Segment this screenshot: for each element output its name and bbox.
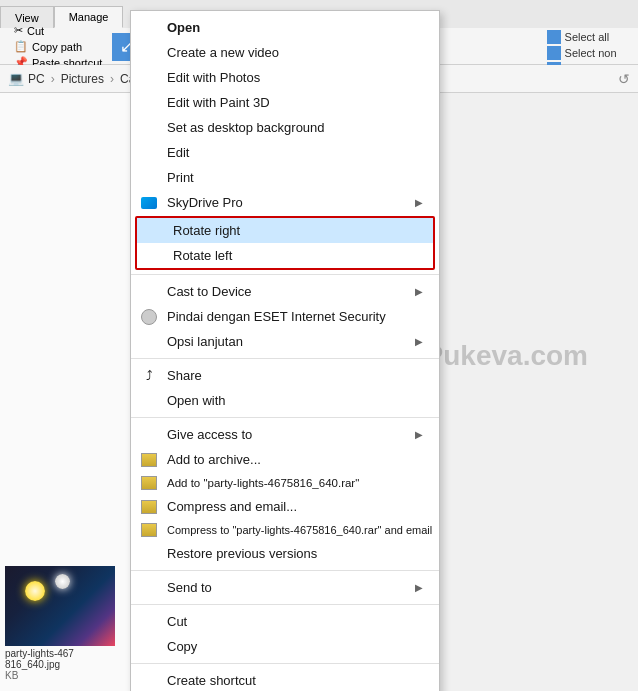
menu-item-open-with[interactable]: Open with	[131, 388, 439, 413]
menu-item-compress-rar-email[interactable]: Compress to "party-lights-4675816_640.ra…	[131, 519, 439, 541]
menu-item-share[interactable]: ⤴ Share	[131, 363, 439, 388]
select-all-button[interactable]: Select all	[547, 30, 630, 44]
menu-item-restore-versions[interactable]: Restore previous versions	[131, 541, 439, 566]
winrar-icon-4	[139, 523, 159, 537]
menu-item-print[interactable]: Print	[131, 165, 439, 190]
arrow-icon: ▶	[415, 429, 423, 440]
cut-button[interactable]: ✂ Cut	[8, 23, 108, 38]
menu-item-eset[interactable]: Pindai dengan ESET Internet Security	[131, 304, 439, 329]
eset-icon	[139, 309, 159, 325]
toolbar-left-btns: ✂ Cut 📋 Copy path 📌 Paste shortcut ↙	[8, 23, 140, 70]
copy-path-button[interactable]: 📋 Copy path	[8, 39, 108, 54]
menu-item-edit-paint3d[interactable]: Edit with Paint 3D	[131, 90, 439, 115]
menu-item-cut[interactable]: Cut	[131, 609, 439, 634]
separator-1	[131, 274, 439, 275]
thumbnail-label: party-lights-467816_640.jpg	[5, 648, 125, 670]
menu-item-set-desktop-bg[interactable]: Set as desktop background	[131, 115, 439, 140]
context-menu: Open Create a new video Edit with Photos…	[130, 10, 440, 691]
file-size: KB	[5, 670, 125, 681]
rotate-highlight-box: Rotate right Rotate left	[135, 216, 435, 270]
select-all-icon	[547, 30, 561, 44]
menu-item-skydrive[interactable]: SkyDrive Pro ▶	[131, 190, 439, 215]
menu-item-add-rar[interactable]: Add to "party-lights-4675816_640.rar"	[131, 472, 439, 494]
winrar-icon-3	[139, 500, 159, 514]
menu-item-send-to[interactable]: Send to ▶	[131, 575, 439, 600]
menu-item-create-new-video[interactable]: Create a new video	[131, 40, 439, 65]
menu-item-rotate-right[interactable]: Rotate right	[137, 218, 433, 243]
clipboard-group: ✂ Cut 📋 Copy path 📌 Paste shortcut	[8, 23, 108, 70]
separator-4	[131, 570, 439, 571]
share-icon: ⤴	[139, 368, 159, 383]
separator-5	[131, 604, 439, 605]
winrar-icon-1	[139, 453, 159, 467]
thumbnail-area: party-lights-467816_640.jpg KB	[5, 566, 125, 681]
thumbnail-image	[5, 566, 115, 646]
separator-2	[131, 358, 439, 359]
nav-tree	[0, 93, 134, 101]
pc-icon: 💻	[8, 71, 24, 86]
menu-item-copy[interactable]: Copy	[131, 634, 439, 659]
separator-6	[131, 663, 439, 664]
menu-item-compress-email[interactable]: Compress and email...	[131, 494, 439, 519]
left-panel: party-lights-467816_640.jpg KB	[0, 93, 135, 691]
menu-item-add-archive[interactable]: Add to archive...	[131, 447, 439, 472]
skydrive-icon	[139, 197, 159, 209]
breadcrumb: PC	[28, 72, 45, 86]
menu-item-give-access[interactable]: Give access to ▶	[131, 422, 439, 447]
arrow-icon: ▶	[415, 286, 423, 297]
menu-item-cast[interactable]: Cast to Device ▶	[131, 279, 439, 304]
menu-item-edit[interactable]: Edit	[131, 140, 439, 165]
arrow-icon: ▶	[415, 197, 423, 208]
select-none-button[interactable]: Select non	[547, 46, 630, 60]
arrow-icon: ▶	[415, 582, 423, 593]
menu-item-rotate-left[interactable]: Rotate left	[137, 243, 433, 268]
winrar-icon-2	[139, 476, 159, 490]
menu-item-open[interactable]: Open	[131, 15, 439, 40]
select-none-icon	[547, 46, 561, 60]
separator-3	[131, 417, 439, 418]
menu-item-edit-photos[interactable]: Edit with Photos	[131, 65, 439, 90]
menu-item-opsi[interactable]: Opsi lanjutan ▶	[131, 329, 439, 354]
arrow-icon: ▶	[415, 336, 423, 347]
menu-item-create-shortcut[interactable]: Create shortcut	[131, 668, 439, 691]
